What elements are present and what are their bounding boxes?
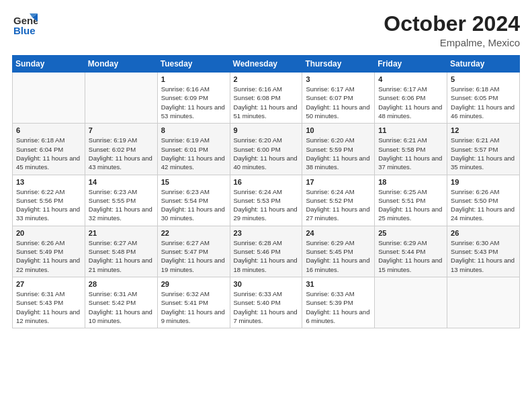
calendar-cell: 27Sunrise: 6:31 AM Sunset: 5:43 PM Dayli… (13, 277, 85, 328)
day-info: Sunrise: 6:31 AM Sunset: 5:42 PM Dayligh… (89, 289, 154, 325)
calendar-cell: 2Sunrise: 6:16 AM Sunset: 6:08 PM Daylig… (230, 73, 302, 124)
day-number: 13 (16, 178, 81, 186)
week-row-4: 20Sunrise: 6:26 AM Sunset: 5:49 PM Dayli… (13, 226, 520, 277)
calendar-cell: 4Sunrise: 6:17 AM Sunset: 6:06 PM Daylig… (375, 73, 447, 124)
weekday-header-saturday: Saturday (447, 56, 520, 73)
day-number: 23 (234, 229, 299, 237)
day-info: Sunrise: 6:30 AM Sunset: 5:43 PM Dayligh… (451, 238, 516, 274)
calendar-cell: 12Sunrise: 6:21 AM Sunset: 5:57 PM Dayli… (447, 124, 520, 175)
day-info: Sunrise: 6:25 AM Sunset: 5:51 PM Dayligh… (378, 187, 443, 223)
calendar-cell: 28Sunrise: 6:31 AM Sunset: 5:42 PM Dayli… (85, 277, 157, 328)
day-info: Sunrise: 6:24 AM Sunset: 5:52 PM Dayligh… (306, 187, 371, 223)
day-info: Sunrise: 6:16 AM Sunset: 6:08 PM Dayligh… (234, 85, 299, 120)
day-info: Sunrise: 6:19 AM Sunset: 6:02 PM Dayligh… (89, 136, 154, 171)
calendar-cell: 18Sunrise: 6:25 AM Sunset: 5:51 PM Dayli… (375, 175, 447, 226)
calendar-cell: 13Sunrise: 6:22 AM Sunset: 5:56 PM Dayli… (13, 175, 85, 226)
week-row-3: 13Sunrise: 6:22 AM Sunset: 5:56 PM Dayli… (13, 175, 520, 226)
day-number: 16 (234, 178, 299, 186)
calendar-cell: 31Sunrise: 6:33 AM Sunset: 5:39 PM Dayli… (302, 277, 375, 328)
day-number: 17 (306, 178, 371, 186)
location-title: Empalme, Mexico (384, 37, 520, 48)
week-row-2: 6Sunrise: 6:18 AM Sunset: 6:04 PM Daylig… (13, 124, 520, 175)
calendar-cell: 30Sunrise: 6:33 AM Sunset: 5:40 PM Dayli… (230, 277, 302, 328)
day-info: Sunrise: 6:31 AM Sunset: 5:43 PM Dayligh… (16, 289, 81, 325)
day-info: Sunrise: 6:23 AM Sunset: 5:55 PM Dayligh… (89, 187, 154, 223)
calendar: SundayMondayTuesdayWednesdayThursdayFrid… (12, 55, 520, 328)
day-info: Sunrise: 6:27 AM Sunset: 5:48 PM Dayligh… (89, 238, 154, 274)
logo: General Blue (12, 12, 38, 38)
weekday-header-row: SundayMondayTuesdayWednesdayThursdayFrid… (13, 56, 520, 73)
day-number: 28 (89, 280, 154, 288)
calendar-cell: 19Sunrise: 6:26 AM Sunset: 5:50 PM Dayli… (447, 175, 520, 226)
day-number: 19 (451, 178, 516, 186)
calendar-cell: 24Sunrise: 6:29 AM Sunset: 5:45 PM Dayli… (302, 226, 375, 277)
day-info: Sunrise: 6:21 AM Sunset: 5:57 PM Dayligh… (451, 136, 516, 171)
day-number: 10 (306, 126, 371, 134)
day-number: 29 (161, 280, 226, 288)
day-info: Sunrise: 6:17 AM Sunset: 6:07 PM Dayligh… (306, 85, 371, 120)
day-number: 5 (451, 75, 516, 83)
calendar-cell (85, 73, 157, 124)
day-info: Sunrise: 6:29 AM Sunset: 5:44 PM Dayligh… (378, 238, 443, 274)
day-number: 8 (161, 126, 226, 134)
weekday-header-wednesday: Wednesday (230, 56, 302, 73)
day-info: Sunrise: 6:32 AM Sunset: 5:41 PM Dayligh… (161, 289, 226, 325)
calendar-cell: 1Sunrise: 6:16 AM Sunset: 6:09 PM Daylig… (157, 73, 230, 124)
calendar-cell: 21Sunrise: 6:27 AM Sunset: 5:48 PM Dayli… (85, 226, 157, 277)
day-number: 3 (306, 75, 371, 83)
day-info: Sunrise: 6:22 AM Sunset: 5:56 PM Dayligh… (16, 187, 81, 223)
weekday-header-sunday: Sunday (13, 56, 85, 73)
header: General Blue October 2024 Empalme, Mexic… (12, 12, 520, 48)
day-info: Sunrise: 6:18 AM Sunset: 6:05 PM Dayligh… (451, 85, 516, 120)
calendar-cell: 5Sunrise: 6:18 AM Sunset: 6:05 PM Daylig… (447, 73, 520, 124)
title-block: October 2024 Empalme, Mexico (384, 12, 520, 48)
calendar-cell (375, 277, 447, 328)
calendar-cell (447, 277, 520, 328)
calendar-cell: 29Sunrise: 6:32 AM Sunset: 5:41 PM Dayli… (157, 277, 230, 328)
day-info: Sunrise: 6:17 AM Sunset: 6:06 PM Dayligh… (378, 85, 443, 120)
calendar-cell: 26Sunrise: 6:30 AM Sunset: 5:43 PM Dayli… (447, 226, 520, 277)
calendar-cell: 10Sunrise: 6:20 AM Sunset: 5:59 PM Dayli… (302, 124, 375, 175)
calendar-cell: 23Sunrise: 6:28 AM Sunset: 5:46 PM Dayli… (230, 226, 302, 277)
day-number: 6 (16, 126, 81, 134)
day-number: 4 (378, 75, 443, 83)
calendar-cell: 14Sunrise: 6:23 AM Sunset: 5:55 PM Dayli… (85, 175, 157, 226)
calendar-cell: 16Sunrise: 6:24 AM Sunset: 5:53 PM Dayli… (230, 175, 302, 226)
day-number: 7 (89, 126, 154, 134)
day-info: Sunrise: 6:16 AM Sunset: 6:09 PM Dayligh… (161, 85, 226, 120)
page: General Blue October 2024 Empalme, Mexic… (0, 0, 532, 411)
week-row-5: 27Sunrise: 6:31 AM Sunset: 5:43 PM Dayli… (13, 277, 520, 328)
day-number: 15 (161, 178, 226, 186)
weekday-header-monday: Monday (85, 56, 157, 73)
calendar-cell: 20Sunrise: 6:26 AM Sunset: 5:49 PM Dayli… (13, 226, 85, 277)
day-number: 24 (306, 229, 371, 237)
day-number: 12 (451, 126, 516, 134)
day-info: Sunrise: 6:26 AM Sunset: 5:50 PM Dayligh… (451, 187, 516, 223)
calendar-cell: 7Sunrise: 6:19 AM Sunset: 6:02 PM Daylig… (85, 124, 157, 175)
day-number: 1 (161, 75, 226, 83)
day-info: Sunrise: 6:28 AM Sunset: 5:46 PM Dayligh… (234, 238, 299, 274)
day-number: 27 (16, 280, 81, 288)
month-title: October 2024 (384, 12, 520, 36)
week-row-1: 1Sunrise: 6:16 AM Sunset: 6:09 PM Daylig… (13, 73, 520, 124)
day-number: 2 (234, 75, 299, 83)
calendar-cell: 15Sunrise: 6:23 AM Sunset: 5:54 PM Dayli… (157, 175, 230, 226)
weekday-header-tuesday: Tuesday (157, 56, 230, 73)
svg-text:Blue: Blue (13, 25, 36, 36)
day-info: Sunrise: 6:29 AM Sunset: 5:45 PM Dayligh… (306, 238, 371, 274)
day-info: Sunrise: 6:27 AM Sunset: 5:47 PM Dayligh… (161, 238, 226, 274)
day-info: Sunrise: 6:26 AM Sunset: 5:49 PM Dayligh… (16, 238, 81, 274)
logo-icon: General Blue (12, 12, 38, 38)
day-info: Sunrise: 6:18 AM Sunset: 6:04 PM Dayligh… (16, 136, 81, 171)
calendar-cell (13, 73, 85, 124)
calendar-cell: 11Sunrise: 6:21 AM Sunset: 5:58 PM Dayli… (375, 124, 447, 175)
day-number: 21 (89, 229, 154, 237)
calendar-cell: 8Sunrise: 6:19 AM Sunset: 6:01 PM Daylig… (157, 124, 230, 175)
day-number: 9 (234, 126, 299, 134)
calendar-cell: 25Sunrise: 6:29 AM Sunset: 5:44 PM Dayli… (375, 226, 447, 277)
day-info: Sunrise: 6:24 AM Sunset: 5:53 PM Dayligh… (234, 187, 299, 223)
calendar-cell: 9Sunrise: 6:20 AM Sunset: 6:00 PM Daylig… (230, 124, 302, 175)
day-number: 25 (378, 229, 443, 237)
day-number: 20 (16, 229, 81, 237)
day-number: 11 (378, 126, 443, 134)
